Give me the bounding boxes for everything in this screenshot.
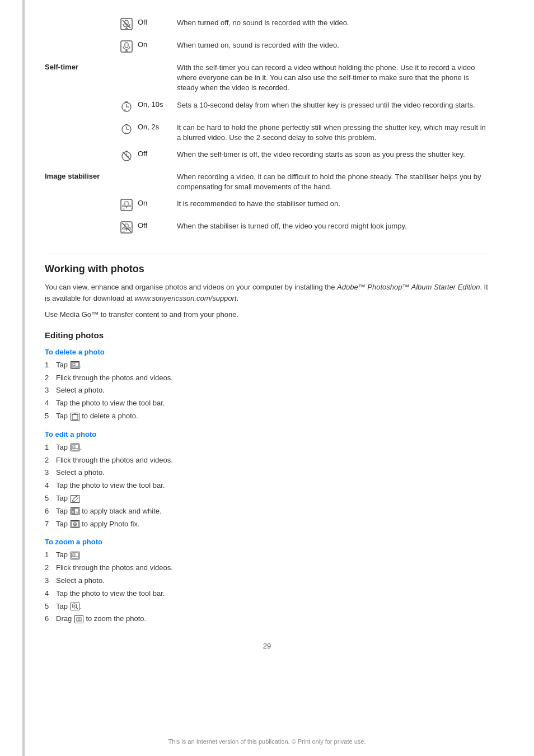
stab-off-value: Off	[138, 220, 177, 230]
list-item: 7 Tap to apply Photo fix.	[45, 519, 489, 530]
step-text: Tap BW to apply black and white.	[56, 506, 162, 517]
svg-text:10: 10	[124, 109, 127, 111]
step-text: Tap .	[56, 442, 82, 454]
subsection-title-editing: Editing photos	[45, 330, 489, 340]
sound-on-value: On	[138, 39, 177, 49]
step-number: 4	[45, 480, 53, 492]
svg-rect-40	[73, 446, 75, 448]
stabiliser-header-desc: When recording a video, it can be diffic…	[177, 171, 489, 192]
list-item: 1 Tap	[45, 549, 489, 561]
sound-on-desc: When turned on, sound is recorded with t…	[177, 39, 489, 50]
zoom-photo-steps: 1 Tap 2 Flick through the photos and vid…	[45, 549, 489, 625]
setting-label-empty6	[45, 198, 118, 199]
album-icon	[71, 361, 79, 369]
list-item: 4 Tap the photo to view the tool bar.	[45, 480, 489, 492]
settings-table: Off When turned off, no sound is recorde…	[45, 17, 489, 237]
svg-text:IS: IS	[123, 208, 125, 211]
step-text: Flick through the photos and videos.	[56, 372, 173, 384]
step-number: 3	[45, 467, 53, 479]
setting-row-timer-off: Off When the self-timer is off, the vide…	[45, 148, 489, 165]
page-number: 29	[45, 642, 489, 650]
stabiliser-header-value-placeholder	[138, 171, 177, 172]
svg-line-43	[73, 496, 77, 499]
setting-label-empty1	[45, 17, 118, 18]
step-text: Tap the photo to view the tool bar.	[56, 480, 165, 492]
svg-text:2: 2	[125, 131, 127, 134]
sound-off-icon	[118, 17, 135, 31]
page: Off When turned off, no sound is recorde…	[0, 0, 534, 756]
edit-photo-steps: 1 Tap . 2 Flick through the photos and v…	[45, 442, 489, 530]
svg-line-56	[76, 608, 78, 609]
list-item: 5 Tap to delete a photo.	[45, 410, 489, 422]
edit-pencil-icon	[71, 495, 79, 503]
setting-label-empty7	[45, 220, 118, 221]
stabiliser-header-icon-placeholder	[118, 171, 135, 185]
setting-row-timer-2s: 2 On, 2s It can be hard to hold the phon…	[45, 122, 489, 143]
setting-label-empty5	[45, 148, 118, 150]
sound-on-icon	[118, 39, 135, 54]
timer-10s-desc: Sets a 10-second delay from when the shu…	[177, 99, 489, 110]
timer-10s-icon: 10	[118, 99, 135, 114]
timer-2s-icon: 2	[118, 122, 135, 136]
section-title-working-photos: Working with photos	[45, 263, 489, 275]
stab-on-desc: It is recommended to have the stabiliser…	[177, 198, 489, 209]
list-item: 1 Tap .	[45, 442, 489, 454]
adobe-text: Adobe™ Photoshop™ Album Starter Edition	[337, 283, 480, 291]
list-item: 2 Flick through the photos and videos.	[45, 372, 489, 384]
delete-icon	[71, 413, 79, 421]
left-bar	[22, 0, 25, 756]
list-item: 3 Select a photo.	[45, 467, 489, 479]
step-number: 6	[45, 506, 53, 517]
stab-on-value: On	[138, 198, 177, 207]
setting-label-empty2	[45, 39, 118, 40]
step-text: Flick through the photos and videos.	[56, 455, 173, 466]
album-icon-3	[71, 552, 79, 559]
list-item: 6 Drag to zoom the photo.	[45, 613, 489, 625]
list-item: 5 Tap	[45, 493, 489, 505]
step-text: Select a photo.	[56, 385, 105, 396]
step-text: Tap	[56, 493, 80, 505]
stabiliser-label: Image stabiliser	[45, 171, 118, 180]
step-number: 6	[45, 613, 53, 625]
setting-label-empty4	[45, 122, 118, 123]
setting-row-stab-on: IS On It is recommended to have the stab…	[45, 198, 489, 214]
setting-row-stabiliser-header: Image stabiliser When recording a video,…	[45, 171, 489, 192]
handle-drag-icon	[74, 615, 83, 623]
step-number: 2	[45, 455, 53, 466]
step-number: 4	[45, 588, 53, 600]
procedure-title-edit: To edit a photo	[45, 430, 489, 438]
step-text: Tap .	[56, 601, 82, 613]
step-text: Tap to apply Photo fix.	[56, 519, 140, 530]
step-number: 1	[45, 549, 53, 561]
list-item: 4 Tap the photo to view the tool bar.	[45, 588, 489, 600]
list-item: 6 Tap BW to apply black and white.	[45, 506, 489, 517]
svg-text:W: W	[76, 510, 78, 514]
list-item: 1 Tap .	[45, 360, 489, 371]
self-timer-header-icon-placeholder	[118, 62, 135, 76]
delete-photo-steps: 1 Tap . 2 Flick through the photos and v…	[45, 360, 489, 422]
timer-2s-desc: It can be hard to hold the phone perfect…	[177, 122, 489, 143]
list-item: 2 Flick through the photos and videos.	[45, 562, 489, 574]
svg-rect-36	[72, 414, 78, 419]
step-text: Tap .	[56, 360, 82, 371]
step-text: Tap the photo to view the tool bar.	[56, 398, 165, 409]
stab-off-desc: When the stabiliser is turned off, the v…	[177, 220, 489, 231]
self-timer-header-value-placeholder	[138, 62, 177, 63]
step-text: Tap	[56, 549, 80, 561]
self-timer-header-desc: With the self-timer you can record a vid…	[177, 62, 489, 94]
list-item: 5 Tap .	[45, 601, 489, 613]
bw-icon: BW	[71, 507, 79, 515]
album-icon-2	[71, 444, 79, 451]
list-item: 4 Tap the photo to view the tool bar.	[45, 398, 489, 409]
step-text: Flick through the photos and videos.	[56, 562, 173, 574]
step-text: Tap the photo to view the tool bar.	[56, 588, 165, 600]
svg-rect-25	[125, 202, 128, 206]
page-footer: This is an Internet version of this publ…	[0, 738, 534, 745]
step-number: 5	[45, 410, 53, 422]
step-number: 5	[45, 601, 53, 613]
setting-row-sound-off: Off When turned off, no sound is recorde…	[45, 17, 489, 34]
step-number: 2	[45, 372, 53, 384]
working-with-photos-section: Working with photos You can view, enhanc…	[45, 263, 489, 625]
step-text: Tap to delete a photo.	[56, 410, 138, 422]
stab-on-icon: IS	[118, 198, 135, 212]
